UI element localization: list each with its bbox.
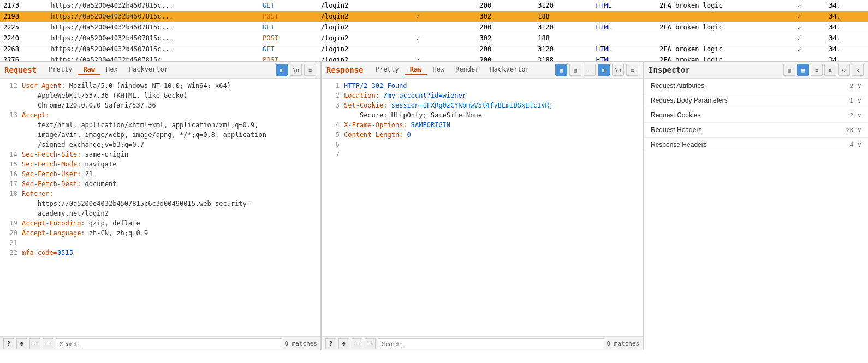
table-row[interactable]: 2240 https://0a5200e4032b4507815c... POS…	[0, 33, 868, 44]
minus-icon[interactable]: −	[584, 64, 596, 76]
code-line: text/html, application/xhtml+xml, applic…	[0, 120, 320, 130]
gear-btn-req[interactable]: ⚙	[16, 338, 27, 349]
line-number	[4, 120, 17, 130]
line-number: 14	[4, 150, 17, 159]
menu-icon-resp[interactable]: ≡	[626, 64, 638, 76]
gear-btn-resp[interactable]: ⚙	[338, 338, 349, 349]
layout2-icon[interactable]: ▦	[555, 64, 567, 76]
cell-extra: 34.	[825, 44, 868, 55]
prev-btn-req[interactable]: ←	[29, 338, 40, 349]
line-content	[22, 238, 316, 248]
request-panel: Request Pretty Raw Hex Hackvertor ⊞ \n ≡…	[0, 62, 322, 350]
inspector-layout1-icon[interactable]: ▥	[783, 64, 795, 76]
help-btn-resp[interactable]: ?	[325, 338, 336, 349]
tab-hackvertor-resp[interactable]: Hackvertor	[485, 64, 535, 75]
tab-hex-resp[interactable]: Hex	[427, 64, 450, 75]
inspector-row[interactable]: Request Cookies 2 ∨	[644, 108, 868, 123]
inspector-row-count: 2	[850, 112, 853, 118]
next-btn-resp[interactable]: →	[365, 338, 376, 349]
help-btn-req[interactable]: ?	[3, 338, 14, 349]
code-line: /signed-exchange;v=b3;q=0.7	[0, 140, 320, 150]
cell-extra: 34.	[825, 22, 868, 33]
matches-resp: 0 matches	[607, 340, 639, 347]
inspector-row[interactable]: Response Headers 4 ∨	[644, 138, 868, 152]
cell-method: GET	[259, 22, 318, 33]
request-table-section: 2173 https://0a5200e4032b4507815c... GET…	[0, 0, 868, 61]
prev-btn-resp[interactable]: ←	[352, 338, 362, 349]
cell-id: 2240	[0, 33, 47, 44]
inspector-align-icon[interactable]: ≡	[811, 64, 823, 76]
code-line: 17Sec-Fetch-Dest: document	[0, 179, 320, 189]
layout1-icon[interactable]: ▤	[569, 64, 581, 76]
copy-icon[interactable]: ⊞	[276, 64, 288, 76]
inspector-row[interactable]: Request Body Parameters 1 ∨	[644, 93, 868, 108]
table-row[interactable]: 2198 https://0a5200e4032b4507815c... POS…	[0, 11, 868, 22]
wrap-icon-resp[interactable]: \n	[612, 64, 624, 76]
code-line: 1HTTP/2 302 Found	[322, 81, 643, 91]
response-toolbar: ▦ ▤ − ⊞ \n ≡	[555, 64, 638, 76]
response-tabs: Pretty Raw Hex Render Hackvertor	[370, 64, 534, 75]
inspector-row-label: Request Attributes	[651, 82, 850, 90]
cell-host: https://0a5200e4032b4507815c...	[47, 44, 259, 55]
cell-status: 200	[477, 44, 535, 55]
request-bottom: ? ⚙ ← → 0 matches	[0, 336, 320, 350]
inspector-row-count: 1	[850, 97, 853, 104]
cell-check	[413, 0, 476, 11]
response-bottom: ? ⚙ ← → 0 matches	[322, 336, 643, 350]
next-btn-req[interactable]: →	[43, 338, 53, 349]
tab-pretty-resp[interactable]: Pretty	[370, 64, 404, 75]
inspector-sort-icon[interactable]: ⇅	[824, 64, 836, 76]
cell-host: https://0a5200e4032b4507815c...	[47, 22, 259, 33]
cell-id: 2276	[0, 55, 47, 61]
chevron-down-icon: ∨	[858, 97, 861, 104]
table-row[interactable]: 2268 https://0a5200e4032b4507815c... GET…	[0, 44, 868, 55]
cell-length: 3120	[534, 0, 593, 11]
tab-hackvertor-req[interactable]: Hackvertor	[123, 64, 174, 75]
inspector-row[interactable]: Request Attributes 2 ∨	[644, 79, 868, 93]
response-content: 1HTTP/2 302 Found2Location: /my-account?…	[322, 79, 643, 336]
line-content: Location: /my-account?id=wiener	[344, 91, 638, 100]
chevron-down-icon: ∨	[858, 141, 861, 148]
cell-extra: 34.	[825, 33, 868, 44]
line-number: 12	[4, 81, 17, 91]
tab-hex-req[interactable]: Hex	[100, 64, 123, 75]
cell-check: ✓	[413, 55, 476, 61]
tab-render-resp[interactable]: Render	[450, 64, 484, 75]
search-input-req[interactable]	[56, 338, 282, 349]
cell-host: https://0a5200e4032b4507815c.	[47, 55, 259, 61]
code-line: Secure; HttpOnly; SameSite=None	[322, 110, 643, 120]
line-number	[4, 199, 17, 209]
menu-icon-req[interactable]: ≡	[304, 64, 316, 76]
tab-raw-req[interactable]: Raw	[78, 64, 100, 75]
cell-status: 200	[477, 55, 535, 61]
line-content: Secure; HttpOnly; SameSite=None	[344, 110, 638, 120]
table-row[interactable]: 2173 https://0a5200e4032b4507815c... GET…	[0, 0, 868, 11]
inspector-close-icon[interactable]: ✕	[852, 64, 864, 76]
table-row[interactable]: 2276 https://0a5200e4032b4507815c. POST …	[0, 55, 868, 61]
table-row[interactable]: 2225 https://0a5200e4032b4507815c... GET…	[0, 22, 868, 33]
code-line: 16Sec-Fetch-User: ?1	[0, 169, 320, 179]
line-content: Accept-Encoding: gzip, deflate	[22, 218, 316, 228]
code-line: academy.net/login2	[0, 209, 320, 218]
cell-extra: 34.	[825, 0, 868, 11]
cell-tls: ✓	[794, 0, 825, 11]
line-number: 1	[326, 81, 340, 91]
line-number	[326, 110, 340, 120]
inspector-settings-icon[interactable]: ⚙	[838, 64, 850, 76]
line-content: Referer:	[22, 189, 316, 199]
cell-type: HTML	[593, 22, 656, 33]
response-header: Response Pretty Raw Hex Render Hackverto…	[322, 62, 643, 79]
request-title: Request	[4, 66, 37, 74]
inspector-layout2-icon[interactable]: ▦	[797, 64, 809, 76]
request-table: 2173 https://0a5200e4032b4507815c... GET…	[0, 0, 868, 61]
inspector-row[interactable]: Request Headers 23 ∨	[644, 123, 868, 138]
code-line: 5Content-Length: 0	[322, 130, 643, 140]
tab-pretty-req[interactable]: Pretty	[43, 64, 78, 75]
wrap-icon[interactable]: \n	[290, 64, 302, 76]
chevron-down-icon: ∨	[858, 126, 861, 134]
cell-id: 2225	[0, 22, 47, 33]
tab-raw-resp[interactable]: Raw	[405, 64, 427, 75]
copy-icon-resp[interactable]: ⊞	[598, 64, 610, 76]
search-input-resp[interactable]	[378, 338, 604, 349]
inspector-row-count: 4	[850, 141, 853, 148]
